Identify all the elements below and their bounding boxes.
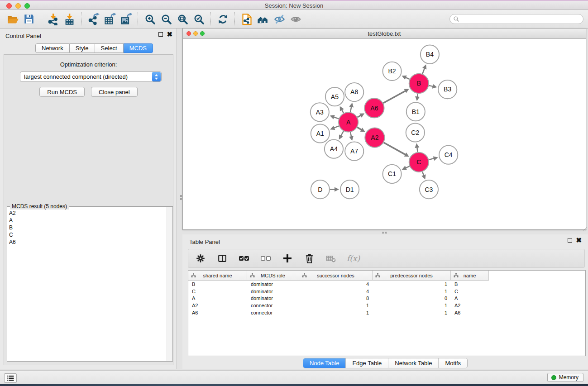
column-header-predecessor-nodes[interactable]: predecessor nodes bbox=[373, 271, 451, 281]
mcds-result-item[interactable]: A6 bbox=[9, 238, 166, 246]
hide-panel-icon[interactable] bbox=[271, 11, 287, 27]
graph-node-A[interactable]: A bbox=[339, 112, 358, 132]
graph-node-B2[interactable]: B2 bbox=[382, 62, 401, 81]
column-header-successor-nodes[interactable]: successor nodes bbox=[299, 271, 373, 281]
mcds-result-item[interactable]: A2 bbox=[9, 210, 166, 217]
graph-node-A6[interactable]: A6 bbox=[364, 98, 384, 118]
criterion-dropdown[interactable]: largest connected component (directed) bbox=[20, 71, 162, 82]
show-panel-icon[interactable] bbox=[287, 11, 304, 27]
table-cell[interactable]: 1 bbox=[373, 310, 451, 315]
graph-node-D[interactable]: D bbox=[311, 180, 330, 199]
network-window-titlebar[interactable]: testGlobe.txt bbox=[183, 29, 586, 39]
table-cell[interactable]: B bbox=[451, 281, 489, 287]
search-field[interactable] bbox=[449, 14, 583, 24]
vertical-splitter-handle[interactable] bbox=[180, 198, 182, 200]
table-cell[interactable]: 0 bbox=[373, 295, 451, 301]
show-all-networks-icon[interactable] bbox=[255, 11, 271, 27]
table-row[interactable]: A2connector11A2 bbox=[188, 302, 585, 309]
table-cell[interactable]: dominator bbox=[247, 289, 299, 294]
float-table-panel-icon[interactable] bbox=[568, 238, 572, 243]
table-tab-edge-table[interactable]: Edge Table bbox=[345, 358, 388, 368]
horizontal-splitter-handle[interactable] bbox=[382, 232, 384, 234]
refresh-layout-icon[interactable] bbox=[215, 11, 231, 27]
export-image-icon[interactable] bbox=[118, 11, 134, 27]
table-row[interactable]: Cdominator41C bbox=[188, 288, 585, 295]
control-tab-select[interactable]: Select bbox=[95, 43, 124, 53]
network-overview-icon[interactable] bbox=[239, 11, 255, 27]
column-header-shared-name[interactable]: shared name bbox=[188, 271, 247, 281]
graph-node-A2[interactable]: A2 bbox=[365, 128, 384, 147]
graph-node-A4[interactable]: A4 bbox=[325, 140, 343, 158]
open-session-icon[interactable] bbox=[5, 11, 21, 27]
control-tab-style[interactable]: Style bbox=[70, 43, 95, 53]
close-panel-button[interactable]: Close panel bbox=[91, 87, 138, 97]
zoom-out-icon[interactable] bbox=[158, 11, 174, 27]
horizontal-splitter-handle[interactable] bbox=[385, 232, 387, 234]
settings-gear-icon[interactable] bbox=[195, 253, 206, 264]
table-cell[interactable]: 4 bbox=[299, 281, 373, 287]
deselect-all-icon[interactable] bbox=[260, 253, 272, 264]
network-graph[interactable]: AA1A2A3A4A5A6A7A8BB1B2B3B4CC1C2C3C4DD1 bbox=[183, 39, 586, 229]
graph-node-B3[interactable]: B3 bbox=[438, 80, 457, 99]
task-history-button[interactable] bbox=[4, 373, 17, 383]
table-cell[interactable]: 4 bbox=[299, 289, 373, 294]
table-cell[interactable]: 1 bbox=[299, 310, 373, 315]
graph-node-B[interactable]: B bbox=[409, 74, 429, 93]
delete-table-icon[interactable] bbox=[325, 253, 337, 264]
import-table-icon[interactable] bbox=[61, 11, 77, 27]
table-cell[interactable]: connector bbox=[247, 310, 299, 315]
graph-node-C4[interactable]: C4 bbox=[439, 146, 458, 164]
mcds-result-item[interactable]: C bbox=[9, 231, 166, 238]
table-cell[interactable]: B bbox=[188, 281, 247, 287]
table-cell[interactable]: A6 bbox=[188, 310, 247, 315]
graph-node-D1[interactable]: D1 bbox=[340, 180, 359, 199]
save-session-icon[interactable] bbox=[21, 11, 37, 27]
table-cell[interactable]: 8 bbox=[299, 295, 373, 301]
mcds-result-item[interactable]: B bbox=[9, 224, 166, 231]
table-cell[interactable]: 1 bbox=[299, 303, 373, 308]
table-cell[interactable]: A bbox=[188, 295, 247, 301]
network-canvas[interactable]: AA1A2A3A4A5A6A7A8BB1B2B3B4CC1C2C3C4DD1 bbox=[183, 39, 586, 229]
graph-node-C1[interactable]: C1 bbox=[382, 165, 401, 183]
table-tab-network-table[interactable]: Network Table bbox=[388, 358, 438, 368]
graph-node-A1[interactable]: A1 bbox=[311, 124, 330, 143]
control-tab-mcds[interactable]: MCDS bbox=[124, 43, 153, 53]
table-cell[interactable]: A6 bbox=[451, 310, 489, 315]
table-cell[interactable]: dominator bbox=[247, 295, 299, 301]
table-row[interactable]: Bdominator41B bbox=[188, 281, 585, 288]
graph-node-A8[interactable]: A8 bbox=[345, 83, 363, 101]
search-input[interactable] bbox=[459, 15, 583, 23]
table-cell[interactable]: A2 bbox=[188, 303, 247, 308]
control-tab-network[interactable]: Network bbox=[35, 43, 70, 53]
graph-node-A5[interactable]: A5 bbox=[325, 87, 344, 106]
edge-A2-C[interactable] bbox=[384, 143, 406, 155]
import-network-icon[interactable] bbox=[45, 11, 61, 27]
graph-node-B1[interactable]: B1 bbox=[406, 102, 425, 121]
table-cell[interactable]: 1 bbox=[373, 303, 451, 308]
table-cell[interactable]: 1 bbox=[373, 281, 451, 287]
select-all-icon[interactable] bbox=[238, 253, 250, 264]
window-resize-grip[interactable] bbox=[581, 225, 587, 231]
graph-node-B4[interactable]: B4 bbox=[421, 45, 439, 64]
table-row[interactable]: Adominator80A bbox=[188, 295, 585, 302]
graph-node-A3[interactable]: A3 bbox=[311, 103, 329, 121]
memory-button[interactable]: Memory bbox=[547, 373, 583, 382]
delete-column-icon[interactable] bbox=[303, 253, 315, 264]
zoom-fit-icon[interactable] bbox=[174, 11, 191, 27]
result-scrollbar[interactable] bbox=[167, 207, 172, 361]
table-tab-motifs[interactable]: Motifs bbox=[438, 358, 467, 368]
columns-icon[interactable] bbox=[216, 253, 228, 264]
table-cell[interactable]: dominator bbox=[247, 281, 299, 287]
edge-A6-B[interactable] bbox=[383, 91, 406, 103]
mcds-result-item[interactable]: A bbox=[9, 217, 166, 224]
zoom-selected-icon[interactable] bbox=[191, 11, 207, 27]
table-cell[interactable]: A bbox=[451, 295, 489, 301]
column-header-MCDS-role[interactable]: MCDS role bbox=[247, 271, 299, 281]
graph-node-C[interactable]: C bbox=[409, 152, 429, 172]
table-row[interactable]: A6connector11A6 bbox=[188, 309, 585, 316]
edge-B-B4[interactable] bbox=[422, 68, 425, 74]
table-cell[interactable]: 1 bbox=[373, 289, 451, 294]
close-panel-icon[interactable]: ✖ bbox=[167, 32, 172, 37]
graph-node-A7[interactable]: A7 bbox=[345, 142, 363, 161]
vertical-splitter-handle[interactable] bbox=[180, 195, 182, 197]
